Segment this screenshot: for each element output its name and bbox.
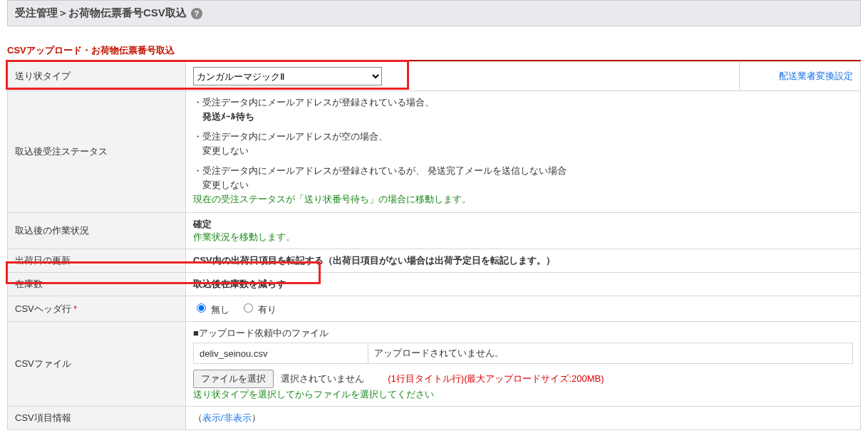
- section-title: CSVアップロード・お荷物伝票番号取込: [7, 44, 861, 57]
- radio-header-none[interactable]: [197, 303, 206, 313]
- label-csv-file: CSVファイル: [8, 322, 186, 407]
- choose-file-button[interactable]: ファイルを選択: [193, 370, 274, 388]
- toggle-columns-link[interactable]: 表示/非表示: [202, 412, 252, 423]
- radio-header-none-label[interactable]: 無し: [193, 304, 232, 315]
- radio-header-exist-label[interactable]: 有り: [240, 304, 277, 315]
- label-header-row: CSVヘッダ行 *: [8, 296, 186, 322]
- value-status-after: ・受注データ内にメールアドレスが登録されている場合、 発送ﾒｰﾙ待ち ・受注デー…: [186, 91, 861, 213]
- radio-header-exist[interactable]: [244, 303, 253, 313]
- value-work-status: 確定 作業状況を移動します。: [186, 213, 861, 249]
- label-ship-date: 出荷日の更新: [8, 249, 186, 273]
- value-ship-date: CSV内の出荷日項目を転記する（出荷日項目がない場合は出荷予定日を転記します。）: [186, 249, 861, 273]
- value-header-row: 無し 有り: [186, 296, 861, 322]
- form-table: 送り状タイプ カンガルーマジックⅡ 配送業者変換設定 取込後受注ステータス ・受…: [7, 61, 861, 430]
- upload-filename: deliv_seinou.csv: [194, 343, 368, 364]
- value-csv-file: ■アップロード依頼中のファイル deliv_seinou.csv アップロードさ…: [186, 322, 861, 407]
- csv-file-hint: 送り状タイプを選択してからファイルを選択してください: [193, 388, 853, 401]
- upload-file-table: deliv_seinou.csv アップロードされていません。: [193, 343, 853, 364]
- carrier-convert-link[interactable]: 配送業者変換設定: [779, 71, 853, 81]
- breadcrumb: 受注管理＞お荷物伝票番号CSV取込 ?: [7, 0, 861, 26]
- breadcrumb-text: 受注管理＞お荷物伝票番号CSV取込: [15, 6, 187, 20]
- label-invoice-type: 送り状タイプ: [8, 62, 186, 91]
- upload-heading: ■アップロード依頼中のファイル: [193, 327, 853, 340]
- value-stock: 取込後在庫数を減らす: [186, 273, 861, 296]
- invoice-type-select[interactable]: カンガルーマジックⅡ: [193, 67, 382, 85]
- label-stock: 在庫数: [8, 273, 186, 296]
- label-status-after: 取込後受注ステータス: [8, 91, 186, 213]
- value-csv-columns: （表示/非表示）: [186, 407, 861, 430]
- upload-note: (1行目タイトル行)(最大アップロードサイズ:200MB): [388, 373, 604, 384]
- choose-file-status: 選択されていません: [281, 373, 364, 384]
- label-work-status: 取込後の作業状況: [8, 213, 186, 249]
- help-icon[interactable]: ?: [191, 8, 202, 19]
- upload-state: アップロードされていません。: [368, 343, 853, 364]
- label-csv-columns: CSV項目情報: [8, 407, 186, 430]
